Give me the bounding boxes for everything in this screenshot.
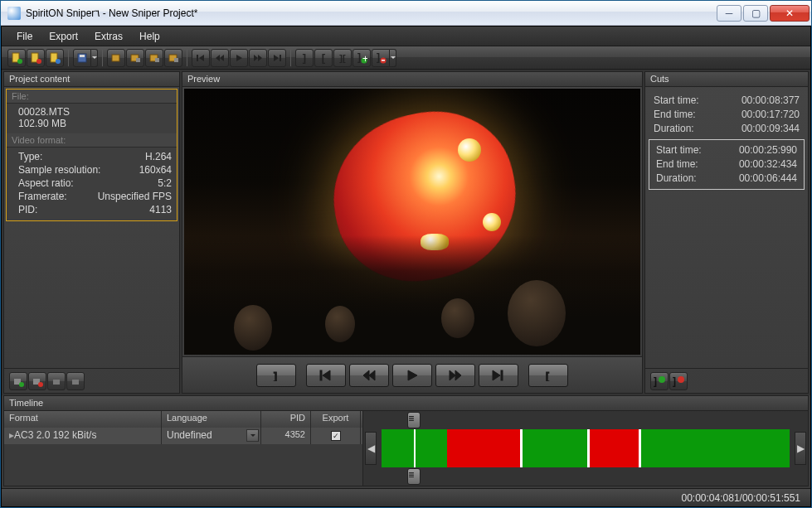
svg-rect-14: [174, 58, 178, 62]
stream-row-0[interactable]: ▸AC3 2.0 192 kBit/s Undefined 4352 ✓: [4, 428, 362, 444]
timeline-segment[interactable]: [640, 429, 790, 467]
video-preview[interactable]: [184, 89, 640, 355]
timeline-handle-top[interactable]: ≡: [407, 412, 421, 428]
col-language[interactable]: Language: [162, 411, 261, 428]
toolbar-goto-end-button[interactable]: [268, 49, 286, 67]
col-export[interactable]: Export: [311, 411, 361, 428]
svg-marker-38: [323, 370, 330, 380]
cuts-add-button[interactable]: ]: [650, 372, 669, 390]
set-out-point-button[interactable]: ]: [256, 364, 296, 387]
timeline-segment[interactable]: [590, 429, 639, 467]
menu-help[interactable]: Help: [131, 28, 168, 45]
project-panel-header: Project content: [4, 72, 179, 87]
status-duration: 00:00:51:551: [742, 492, 800, 504]
toolbar-save-button[interactable]: [73, 49, 91, 67]
app-icon: [7, 7, 21, 20]
step-back-button[interactable]: [349, 364, 389, 387]
cuts-panel: Cuts Start time:00:00:08:377 End time:00…: [644, 71, 809, 394]
toolbar-export-2-button[interactable]: [126, 49, 144, 67]
svg-rect-7: [80, 55, 85, 57]
toolbar-step-fwd-button[interactable]: [249, 49, 267, 67]
menu-export[interactable]: Export: [41, 28, 86, 45]
minimize-button[interactable]: ─: [717, 5, 741, 22]
svg-marker-20: [254, 55, 258, 61]
timeline-scroll-left[interactable]: ◀: [365, 432, 377, 465]
timeline-handle-bottom[interactable]: ≡: [407, 468, 421, 485]
svg-point-31: [19, 382, 24, 387]
svg-text:[: [: [546, 370, 549, 381]
svg-marker-18: [220, 55, 224, 61]
title-bar[interactable]: SpiritON Sniper٦ - New Sniper Project* ─…: [1, 1, 811, 26]
menu-extras[interactable]: Extras: [86, 28, 131, 45]
col-format[interactable]: Format: [4, 411, 162, 428]
cuts-panel-header: Cuts: [645, 72, 808, 87]
svg-rect-10: [136, 58, 140, 62]
toolbar-add-file-button[interactable]: [7, 49, 26, 67]
set-in-point-button[interactable]: [: [528, 364, 568, 387]
toolbar-mark-clip-button[interactable]: ][: [333, 49, 352, 67]
toolbar-export-3-button[interactable]: [145, 49, 163, 67]
cut-item-1[interactable]: Start time:00:00:25:990 End time:00:00:3…: [649, 139, 805, 190]
file-info-box[interactable]: File: 00028.MTS 102.90 MB Video format: …: [6, 89, 177, 221]
svg-rect-35: [72, 380, 79, 385]
timeline-playhead[interactable]: [414, 429, 416, 467]
svg-text:]: ]: [357, 52, 361, 63]
stream-format: AC3 2.0 192 kBit/s: [14, 429, 96, 441]
toolbar-goto-start-button[interactable]: [192, 49, 210, 67]
goto-end-button[interactable]: [479, 364, 518, 387]
project-down-button[interactable]: [66, 372, 85, 390]
language-dropdown[interactable]: [246, 429, 259, 442]
toolbar-mark-in-button[interactable]: ]: [295, 49, 314, 67]
video-info-body: Type:H.264 Sample resolution:160x64 Aspe…: [7, 148, 177, 220]
menu-bar: File Export Extras Help: [2, 27, 810, 46]
toolbar-save-dropdown[interactable]: [91, 49, 98, 67]
svg-marker-43: [455, 370, 461, 380]
menu-file[interactable]: File: [8, 28, 41, 45]
svg-rect-8: [112, 55, 119, 61]
status-position: 00:00:04:081: [682, 492, 740, 504]
cut-item-0[interactable]: Start time:00:00:08:377 End time:00:00:1…: [647, 90, 806, 139]
toolbar-remove-file-button[interactable]: [27, 49, 45, 67]
close-button[interactable]: ✕: [770, 5, 810, 22]
toolbar-remove-cut-dropdown[interactable]: [390, 49, 396, 67]
project-panel: Project content File: 00028.MTS 102.90 M…: [3, 71, 180, 394]
timeline-segment[interactable]: [447, 429, 521, 467]
toolbar-play-button[interactable]: [230, 49, 248, 67]
play-button[interactable]: [392, 364, 432, 387]
app-window: SpiritON Sniper٦ - New Sniper Project* ─…: [0, 0, 812, 508]
svg-marker-22: [274, 55, 279, 61]
preview-panel-header: Preview: [182, 72, 642, 87]
project-add-button[interactable]: [9, 372, 27, 390]
svg-text:]: ]: [274, 370, 277, 381]
col-pid[interactable]: PID: [261, 411, 311, 428]
toolbar-export-4-button[interactable]: [164, 49, 182, 67]
toolbar-step-back-button[interactable]: [211, 49, 229, 67]
toolbar-file-settings-button[interactable]: [46, 49, 64, 67]
goto-start-button[interactable]: [306, 364, 346, 387]
cuts-remove-button[interactable]: ]: [669, 372, 688, 390]
step-forward-button[interactable]: [435, 364, 475, 387]
timeline-track[interactable]: [382, 429, 790, 467]
timeline-scroll-right[interactable]: ▶: [795, 432, 806, 465]
svg-marker-39: [363, 370, 369, 380]
toolbar-mark-out-button[interactable]: [: [314, 49, 333, 67]
stream-export-checkbox[interactable]: ✓: [331, 431, 341, 441]
preview-panel: Preview ]: [182, 71, 643, 394]
project-remove-button[interactable]: [28, 372, 46, 390]
timeline-streams-table: Format Language PID Export ▸AC3 2.0 192 …: [4, 411, 363, 486]
timeline-panel-header: Timeline: [4, 396, 808, 411]
toolbar-remove-cut-button[interactable]: ]: [372, 49, 390, 67]
timeline-segment[interactable]: [523, 429, 588, 467]
window-title: SpiritON Sniper٦ - New Sniper Project*: [26, 7, 717, 19]
svg-marker-19: [236, 55, 242, 61]
svg-marker-21: [258, 55, 262, 61]
svg-rect-37: [320, 370, 322, 380]
svg-marker-44: [493, 370, 500, 380]
file-name: 00028.MTS: [18, 106, 172, 118]
svg-rect-45: [501, 370, 503, 380]
project-up-button[interactable]: [47, 372, 66, 390]
toolbar-add-cut-button[interactable]: ]+: [353, 49, 371, 67]
toolbar-export-1-button[interactable]: [107, 49, 125, 67]
svg-point-3: [36, 59, 41, 64]
maximize-button[interactable]: ▢: [743, 5, 768, 22]
